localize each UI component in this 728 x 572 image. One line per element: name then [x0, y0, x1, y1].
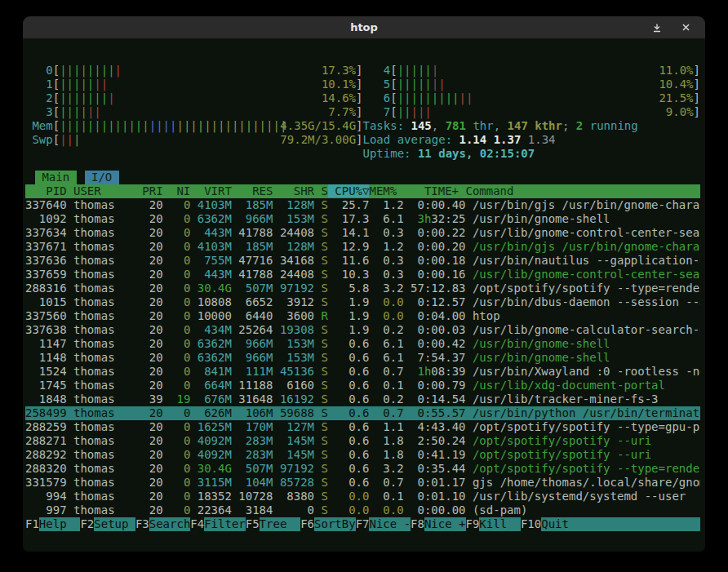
fkey-f6: F6: [300, 517, 314, 531]
cpu-meter-3: 3[||||||7.7%]: [25, 105, 363, 119]
cpu-meter-2: 2[||||||||14.6%]: [25, 91, 363, 105]
window-titlebar[interactable]: htop: [23, 16, 705, 39]
tab-io[interactable]: I/O: [85, 171, 119, 184]
fkey-action-nice-[interactable]: Nice -: [369, 517, 411, 531]
process-row-1015[interactable]: 1015 thomas 20 0 10808 6652 3912 S 1.9 0…: [25, 295, 700, 309]
fkey-action-setup[interactable]: Setup: [94, 517, 135, 531]
process-row-337659[interactable]: 337659 thomas 20 0 443M 41788 24408 S 10…: [25, 268, 700, 282]
fkey-f5: F5: [246, 517, 260, 531]
fkey-action-quit[interactable]: Quit: [541, 517, 583, 531]
function-key-bar: F1Help F2Setup F3SearchF4FilterF5Tree F6…: [25, 517, 700, 531]
load-average: Load average: 1.14 1.37 1.34: [363, 133, 701, 147]
fkey-action-search[interactable]: Search: [149, 517, 191, 531]
process-row-288271[interactable]: 288271 thomas 20 0 4092M 283M 145M S 0.6…: [25, 434, 700, 448]
process-row-337634[interactable]: 337634 thomas 20 0 443M 41788 24408 S 14…: [25, 226, 700, 240]
meters-left-column: 0[|||||||||17.3%] 1[|||||||10.1%] 2[||||…: [25, 64, 363, 161]
cpu-meter-7: 7[|||||9.0%]: [363, 105, 701, 119]
process-row-331579[interactable]: 331579 thomas 20 0 3115M 104M 85728 S 0.…: [25, 476, 700, 490]
process-row-337640[interactable]: 337640 thomas 20 0 4103M 185M 128M S 25.…: [25, 198, 700, 212]
table-header[interactable]: PID USER PRI NI VIRT RES SHR S CPU%▽MEM%…: [25, 184, 700, 198]
fkey-action-filter[interactable]: Filter: [204, 517, 246, 531]
fkey-f8: F8: [411, 517, 424, 531]
mem-meter: Mem[|||||||||||||||||||||||||||||||||4.3…: [25, 119, 363, 133]
cpu-meter-0: 0[|||||||||17.3%]: [25, 64, 363, 78]
process-row-337560[interactable]: 337560 thomas 20 0 10000 6440 3600 R 1.9…: [25, 309, 700, 323]
meters-right-column: 4[||||||11.0%] 5[|||||||10.4%] 6[|||||||…: [363, 64, 701, 161]
process-row-1092[interactable]: 1092 thomas 20 0 6362M 966M 153M S 17.3 …: [25, 212, 700, 226]
process-row-1745[interactable]: 1745 thomas 20 0 664M 11188 6160 S 0.6 0…: [25, 379, 700, 392]
fkey-f1: F1: [25, 517, 39, 531]
process-row-288259[interactable]: 288259 thomas 20 0 1625M 170M 127M S 0.6…: [25, 420, 700, 434]
uptime: Uptime: 11 days, 02:15:07: [363, 147, 701, 161]
close-icon[interactable]: [680, 21, 692, 33]
fkey-action-sortby[interactable]: SortBy: [314, 517, 356, 531]
cpu-meter-5: 5[|||||||10.4%]: [363, 78, 701, 91]
window-buttons: [650, 16, 692, 38]
process-row-337671[interactable]: 337671 thomas 20 0 4103M 185M 128M S 12.…: [25, 240, 700, 254]
process-row-288292[interactable]: 288292 thomas 20 0 4092M 283M 145M S 0.6…: [25, 448, 700, 462]
process-row-1147[interactable]: 1147 thomas 20 0 6362M 966M 153M S 0.6 6…: [25, 337, 700, 351]
meters-area: 0[|||||||||17.3%] 1[|||||||10.1%] 2[||||…: [25, 64, 700, 161]
fkey-f3: F3: [135, 517, 149, 531]
cpu-meter-4: 4[||||||11.0%]: [363, 64, 701, 78]
process-row-997[interactable]: 997 thomas 20 0 22364 3184 0 S 0.0 0.0 0…: [25, 503, 700, 517]
process-table: 337640 thomas 20 0 4103M 185M 128M S 25.…: [25, 198, 700, 517]
unmaximize-icon[interactable]: [650, 21, 664, 34]
process-row-337636[interactable]: 337636 thomas 20 0 755M 47716 34168 S 11…: [25, 254, 700, 268]
fkey-f9: F9: [466, 517, 480, 531]
cpu-meter-6: 6[|||||||||||21.5%]: [363, 91, 701, 105]
tasks-summary: Tasks: 145, 781 thr, 147 kthr; 2 running: [363, 119, 701, 133]
fkey-action-kill[interactable]: Kill: [479, 517, 521, 531]
fkey-f4: F4: [190, 517, 204, 531]
fkey-bar-filler: [583, 517, 700, 531]
process-row-288316[interactable]: 288316 thomas 20 0 30.4G 507M 97192 S 5.…: [25, 282, 700, 295]
process-row-258499[interactable]: 258499 thomas 20 0 626M 106M 59688 S 0.6…: [25, 406, 700, 420]
fkey-f10: F10: [521, 517, 541, 531]
window-title: htop: [350, 21, 378, 33]
tab-main[interactable]: Main: [35, 171, 77, 184]
terminal-window: htop 0[|||||||||17.3%] 1[|||||||10.1%] 2…: [23, 16, 705, 552]
process-row-1848[interactable]: 1848 thomas 39 19 676M 31648 16192 S 0.6…: [25, 392, 700, 406]
fkey-f2: F2: [80, 517, 94, 531]
process-row-288320[interactable]: 288320 thomas 20 0 30.4G 507M 97192 S 0.…: [25, 462, 700, 476]
swp-meter: Swp[|||79.2M/3.00G]: [25, 133, 363, 147]
fkey-f7: F7: [356, 517, 370, 531]
process-row-1524[interactable]: 1524 thomas 20 0 841M 111M 45136 S 0.6 0…: [25, 365, 700, 379]
fkey-action-help[interactable]: Help: [39, 517, 81, 531]
htop-terminal: 0[|||||||||17.3%] 1[|||||||10.1%] 2[||||…: [23, 39, 705, 552]
fkey-action-nice-[interactable]: Nice +: [424, 517, 466, 531]
fkey-action-tree[interactable]: Tree: [260, 517, 301, 531]
process-row-1148[interactable]: 1148 thomas 20 0 6362M 966M 153M S 0.6 6…: [25, 351, 700, 365]
cpu-meter-1: 1[|||||||10.1%]: [25, 78, 363, 91]
sort-column-cpu[interactable]: CPU%▽: [328, 184, 370, 197]
process-row-337638[interactable]: 337638 thomas 20 0 434M 25264 19308 S 1.…: [25, 323, 700, 337]
process-row-994[interactable]: 994 thomas 20 0 18352 10728 8380 S 0.0 0…: [25, 490, 700, 503]
screen-tabs: Main I/O: [25, 171, 700, 184]
